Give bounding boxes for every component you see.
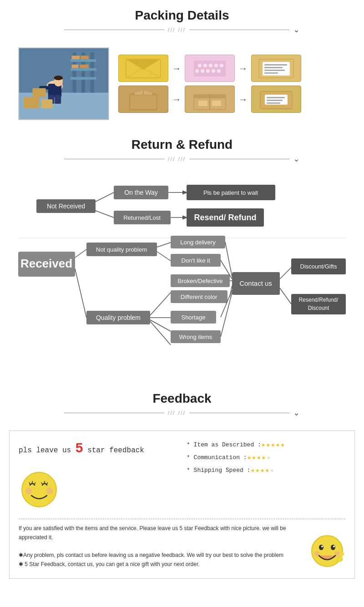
arrow-icon-3: → — [172, 94, 181, 105]
svg-point-27 — [198, 64, 202, 67]
chevron-down-icon: ⌄ — [293, 25, 300, 35]
svg-line-76 — [75, 269, 86, 318]
svg-rect-55 — [267, 97, 285, 98]
feedback-section: Feedback /// /// ⌄ pls leave us 5 star f… — [0, 383, 364, 588]
chevron-down-icon2: ⌄ — [293, 154, 300, 164]
feedback-title: Feedback — [0, 391, 364, 406]
svg-text:Pls be patient to wait: Pls be patient to wait — [203, 189, 258, 196]
svg-rect-21 — [41, 99, 53, 108]
svg-rect-39 — [264, 64, 287, 66]
svg-line-108 — [280, 288, 291, 304]
packing-divider: /// /// ⌄ — [0, 25, 364, 35]
svg-rect-57 — [267, 102, 280, 104]
svg-marker-46 — [152, 92, 157, 95]
svg-text:Long delivery: Long delivery — [180, 239, 216, 246]
svg-point-125 — [331, 545, 335, 550]
svg-text:Contact us: Contact us — [239, 279, 272, 287]
svg-marker-45 — [130, 92, 134, 95]
svg-text:Resend/ Refund: Resend/ Refund — [194, 213, 256, 222]
svg-rect-52 — [212, 101, 221, 106]
packing-steps: → — [109, 55, 346, 113]
smiley-happy — [309, 533, 345, 569]
packing-row-2: → → — [118, 86, 346, 113]
svg-point-17 — [54, 76, 63, 80]
feedback-text-2: ✱Any problem, pls contact us before leav… — [19, 551, 304, 560]
empty-star2: ★ — [270, 466, 275, 475]
svg-rect-5 — [71, 59, 96, 62]
svg-text:Returned/Lost: Returned/Lost — [123, 214, 161, 221]
feedback-headline: pls leave us 5 star feedback — [19, 440, 177, 455]
star-row-shipping: * Shipping Speed : ★★★★★ — [187, 465, 345, 475]
svg-point-32 — [195, 69, 199, 73]
svg-point-28 — [203, 64, 207, 67]
refund-section: Return & Refund /// /// ⌄ Not Received O… — [0, 129, 364, 383]
svg-text:Don't like it: Don't like it — [181, 257, 210, 264]
svg-rect-41 — [264, 70, 285, 71]
smiley-sleeping — [19, 469, 60, 510]
svg-line-75 — [75, 249, 86, 258]
svg-rect-20 — [24, 97, 39, 108]
package-box-packed — [185, 86, 235, 113]
svg-text:Different color: Different color — [181, 293, 217, 300]
packing-title: Packing Details — [0, 8, 364, 23]
package-envelope — [118, 55, 168, 82]
svg-text:Wrong items: Wrong items — [179, 334, 212, 340]
svg-point-35 — [212, 69, 215, 73]
svg-text:Discount/Gifts: Discount/Gifts — [300, 263, 337, 270]
packing-content: → — [0, 43, 364, 129]
package-wrapped — [185, 55, 235, 82]
refund-flow-diagram: Not Received On the Way Pls be patient t… — [9, 177, 355, 368]
feedback-top: pls leave us 5 star feedback — [19, 440, 345, 512]
svg-rect-4 — [91, 52, 94, 92]
svg-point-132 — [337, 557, 343, 561]
empty-star: ★ — [266, 454, 271, 462]
svg-point-126 — [321, 546, 323, 547]
svg-point-33 — [201, 69, 204, 73]
svg-rect-10 — [72, 65, 79, 68]
chevron-down-icon3: ⌄ — [293, 408, 300, 418]
packing-header: Packing Details /// /// ⌄ — [0, 0, 364, 43]
svg-text:Not Received: Not Received — [47, 202, 85, 210]
feedback-divider: /// /// ⌄ — [0, 408, 364, 418]
comm-stars: ★★★★★ — [247, 453, 271, 462]
divider-line-left2 — [64, 159, 164, 159]
svg-text:Not quality problem: Not quality problem — [96, 246, 147, 253]
svg-rect-40 — [264, 67, 283, 68]
shipping-stars: ★★★★★ — [250, 465, 274, 475]
refund-divider: /// /// ⌄ — [0, 154, 364, 164]
dotted-divider — [19, 519, 345, 519]
feedback-text-1: If you are satisfied with the items and … — [19, 524, 304, 542]
svg-line-107 — [280, 268, 291, 279]
svg-line-80 — [157, 252, 171, 261]
svg-rect-51 — [198, 101, 207, 106]
svg-text:Discount: Discount — [308, 305, 329, 311]
communication-label: * Communication : — [187, 454, 247, 461]
arrow-icon-2: → — [238, 63, 248, 74]
svg-line-89 — [150, 293, 171, 315]
divider-line-right3 — [189, 413, 289, 413]
svg-text:Quality problem: Quality problem — [96, 314, 141, 321]
divider-line-right — [189, 30, 289, 30]
svg-line-60 — [96, 192, 114, 202]
divider-hatch3: /// /// — [168, 410, 186, 416]
svg-rect-42 — [264, 72, 278, 74]
svg-point-124 — [319, 545, 324, 550]
star-row-item: * Item as Described : ★★★★★ — [187, 440, 345, 449]
refund-header: Return & Refund /// /// ⌄ — [0, 129, 364, 172]
star-row-comm: * Communication : ★★★★★ — [187, 453, 345, 462]
refund-content: Not Received On the Way Pls be patient t… — [0, 172, 364, 383]
package-box-sealed — [251, 86, 301, 113]
arrow-icon-4: → — [238, 94, 248, 105]
svg-line-79 — [157, 243, 171, 247]
divider-line-right2 — [189, 159, 289, 159]
svg-text:On the Way: On the Way — [124, 189, 157, 196]
svg-text:Received: Received — [20, 257, 72, 270]
headline-prefix: pls leave us — [19, 446, 71, 455]
package-labeled — [251, 55, 301, 82]
svg-point-36 — [217, 69, 221, 73]
svg-rect-6 — [71, 68, 96, 71]
svg-text:Resend/Refund/: Resend/Refund/ — [299, 297, 339, 303]
divider-line-left3 — [64, 413, 164, 413]
feedback-text-block: If you are satisfied with the items and … — [19, 524, 304, 569]
svg-point-29 — [209, 64, 212, 67]
